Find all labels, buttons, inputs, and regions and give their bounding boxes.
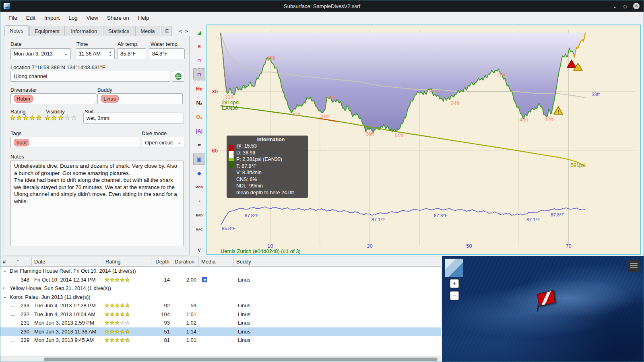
mod-icon[interactable]: MOD (193, 181, 205, 193)
tab-information[interactable]: Information (66, 26, 102, 36)
dive-row[interactable]: 348Fri Oct 10, 2014 12:34 PM★★★★★142:00L… (0, 276, 441, 284)
svg-text:87.8°F: 87.8°F (434, 213, 448, 218)
menu-share-on[interactable]: Share on (103, 13, 134, 23)
tag-boat[interactable]: boat (14, 139, 29, 146)
suit-field[interactable]: wet, 3mm (83, 113, 184, 123)
time-value: 11:36 AM (79, 51, 101, 57)
divemode-combobox[interactable]: Open circuit ⌄ (142, 137, 184, 148)
column-header-depth[interactable]: Depth (151, 257, 172, 266)
media-photo-icon[interactable] (202, 277, 207, 282)
map-panel[interactable]: + − (442, 256, 644, 362)
menu-help[interactable]: Help (134, 13, 154, 23)
trip-row[interactable]: ›Yellow House, Sun Sep 21, 2014 (1 dive(… (0, 284, 441, 293)
buddy-tag[interactable]: Linus (101, 95, 119, 103)
close-button[interactable]: ✕ (633, 3, 640, 9)
nitrogen-graph-icon[interactable]: N₂ (193, 97, 205, 109)
menu-view[interactable]: View (82, 13, 103, 23)
star-icon[interactable]: ★ (71, 114, 77, 121)
calculated-ceiling-icon[interactable]: ⊓ (193, 68, 205, 80)
ruler-icon[interactable]: ◆ (193, 167, 205, 179)
collapse-icon[interactable]: ⌄ (3, 267, 7, 273)
dive-buddy: Linus (234, 329, 441, 335)
zoom-in-button[interactable]: + (450, 279, 459, 288)
menu-edit[interactable]: Edit (22, 13, 40, 23)
menu-log[interactable]: Log (64, 13, 82, 23)
star-icon[interactable]: ★ (58, 114, 64, 121)
visibility-stars[interactable]: ★★★★★ (45, 114, 78, 121)
profile-terrain-icon[interactable]: ◢ (193, 26, 205, 38)
tab-notes[interactable]: Notes (4, 25, 29, 36)
watertemp-field[interactable]: 84.8°F (149, 48, 185, 59)
dive-row[interactable]: 232Tue Jun 4, 2013 10:04 AM★★★★★1041:01L… (0, 310, 441, 319)
tab-e[interactable]: E (161, 26, 172, 36)
star-icon[interactable]: ★ (10, 114, 16, 121)
maximize-button[interactable]: ◇ (623, 3, 627, 9)
svg-text:50ft: 50ft (395, 133, 403, 138)
tags-field[interactable]: boat (10, 137, 140, 148)
column-header-rating[interactable]: Rating (103, 257, 151, 266)
tab-equipment[interactable]: Equipment (29, 26, 65, 36)
expand-icon[interactable]: › (3, 285, 4, 290)
dive-row[interactable]: 230Mon Jun 3, 2013 11:36 AM★★★★★511:14Li… (0, 327, 441, 336)
divemaster-field[interactable]: Robin (10, 93, 96, 104)
oxygen-graph-icon[interactable]: O₂ (193, 111, 205, 123)
dive-row[interactable]: 231Mon Jun 3, 2013 2:59 PM★★★★★931:02Lin… (0, 319, 441, 327)
ndl-icon[interactable]: ◔ (193, 195, 205, 207)
trip-row[interactable]: ⌄Koror, Palau, Jun 2013 (11 dive(s)) (0, 293, 441, 302)
menu-import[interactable]: Import (40, 13, 64, 23)
star-icon[interactable]: ★ (45, 114, 51, 121)
heartrate-icon[interactable]: ≈ (193, 139, 205, 151)
titlebar[interactable]: Subsurface: SampleDivesV2.ssrf ⌄ ◇ ✕ (0, 0, 644, 12)
toolbar-scroll-down-icon[interactable]: ∨ (197, 247, 201, 254)
dive-date: Mon Jun 3, 2013 9:45 AM (32, 337, 103, 343)
time-spinbox[interactable]: 11:36 AM ▲▼ (76, 48, 115, 59)
dive-number: 229 (0, 337, 32, 343)
star-icon[interactable]: ★ (36, 114, 42, 121)
zoom-out-button[interactable]: − (450, 291, 459, 300)
dive-profile-chart[interactable]: 15ft28ft31ft35ft40ft41ft31ft34ft50ft50ft… (206, 25, 641, 255)
svg-text:2914psi: 2914psi (222, 100, 239, 105)
notes-textarea[interactable]: Unbelievable dive. Dozens and dozens of … (10, 160, 184, 246)
star-icon[interactable]: ★ (29, 114, 36, 121)
menu-file[interactable]: File (4, 13, 22, 23)
airtemp-field[interactable]: 85.8°F (117, 48, 146, 59)
column-header-num[interactable]: #⌃ (0, 257, 32, 266)
trip-row[interactable]: ⌄Divi Flamingo House Reef, Fri Oct 10, 2… (0, 267, 441, 276)
date-combobox[interactable]: Mon Jun 3, 2013 ⌄ (10, 48, 71, 59)
star-icon[interactable]: ★ (64, 114, 71, 121)
horizontal-scrollbar[interactable] (0, 356, 441, 362)
ead-icon[interactable]: EAD (193, 209, 205, 221)
tab-scroll-right[interactable]: > (184, 27, 190, 35)
map-menu-button[interactable] (628, 260, 640, 272)
column-header-buddy[interactable]: Buddy (234, 257, 441, 266)
collapse-icon[interactable]: ⌄ (3, 294, 7, 299)
dc-ceiling-icon[interactable]: ⊓ (193, 54, 205, 66)
map-overview-thumbnail[interactable] (445, 259, 463, 277)
tab-statistics[interactable]: Statistics (103, 26, 134, 36)
dive-flag-marker[interactable] (537, 290, 555, 306)
dive-row[interactable]: 229Mon Jun 3, 2013 9:45 AM★★★★★811:01Lin… (0, 336, 441, 345)
column-header-duration[interactable]: Duration (172, 257, 199, 266)
buddy-field[interactable]: Linus (97, 93, 183, 104)
tank-pressure-icon[interactable]: ≡ (193, 40, 205, 52)
location-field[interactable]: Ulong channel (10, 71, 170, 82)
tab-media[interactable]: Media (135, 26, 160, 36)
minimize-button[interactable]: ⌄ (613, 3, 617, 9)
column-header-media[interactable]: Media (199, 257, 234, 266)
tab-scroll-left[interactable]: < (178, 27, 184, 35)
divemaster-tag[interactable]: Robin (14, 95, 33, 103)
dive-row[interactable]: 233Tue Jun 4, 2013 12:28 PM★★★★★9259Linu… (0, 301, 441, 310)
rating-stars[interactable]: ★★★★★ (10, 114, 43, 121)
map-location-button[interactable] (172, 71, 184, 82)
column-header-date[interactable]: Date (32, 257, 103, 266)
helium-graph-icon[interactable]: He (193, 82, 205, 95)
star-icon[interactable]: ★ (23, 114, 29, 121)
scrollbar-thumb[interactable] (44, 358, 438, 361)
spinner-arrows-icon[interactable]: ▲▼ (107, 49, 111, 59)
sac-icon[interactable]: SAC (193, 223, 205, 235)
star-icon[interactable]: ★ (16, 114, 23, 121)
star-icon[interactable]: ★ (51, 114, 58, 121)
dive-date: Mon Jun 3, 2013 11:36 AM (32, 329, 103, 335)
tissue-graph-icon[interactable]: |A| (193, 125, 205, 137)
photos-icon[interactable]: ▣ (193, 153, 205, 165)
